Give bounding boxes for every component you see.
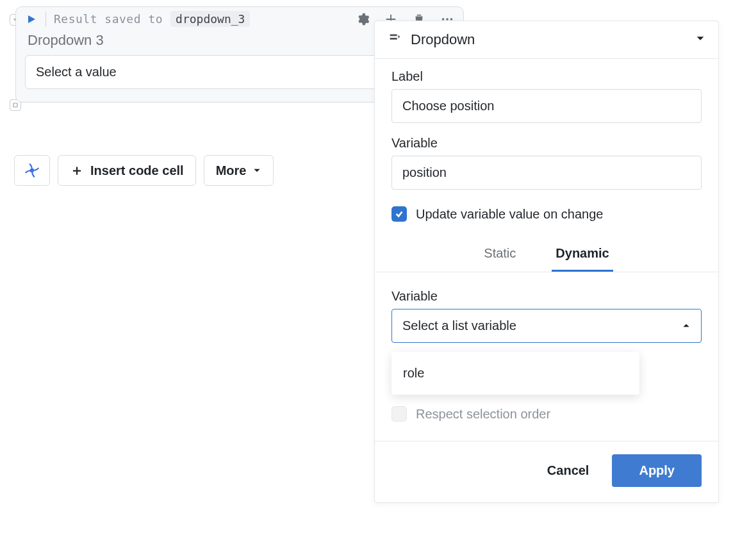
insert-code-label: Insert code cell: [90, 163, 184, 178]
result-label: Result saved to: [54, 12, 163, 26]
more-label: More: [216, 163, 247, 178]
variable-field-label: Variable: [391, 136, 702, 151]
ai-assist-button[interactable]: [14, 155, 50, 186]
update-on-change-row[interactable]: Update variable value on change: [375, 192, 718, 228]
tab-static[interactable]: Static: [480, 237, 520, 272]
more-button[interactable]: More: [204, 155, 274, 186]
apply-button[interactable]: Apply: [612, 454, 702, 487]
run-button[interactable]: [25, 13, 38, 26]
insert-row: ＋ Insert code cell More: [14, 155, 274, 186]
respect-order-checkbox[interactable]: [391, 406, 407, 422]
chevron-up-icon: [682, 318, 691, 333]
panel-type-label: Dropdown: [411, 31, 475, 48]
label-field-label: Label: [391, 69, 702, 84]
svg-point-1: [442, 18, 445, 21]
panel-header: Dropdown: [375, 21, 718, 59]
svg-point-3: [450, 18, 453, 21]
cancel-button[interactable]: Cancel: [543, 454, 593, 487]
panel-footer: Cancel Apply: [375, 441, 718, 502]
dropdown-type-icon: [388, 31, 402, 48]
insert-code-cell-button[interactable]: ＋ Insert code cell: [58, 155, 196, 186]
respect-order-row[interactable]: Respect selection order: [375, 397, 718, 428]
variable-input[interactable]: [391, 156, 702, 190]
divider: [45, 12, 46, 27]
list-variable-placeholder: Select a list variable: [402, 318, 516, 333]
plus-icon: ＋: [70, 161, 84, 180]
list-variable-label: Variable: [391, 289, 702, 304]
chevron-down-icon: [252, 163, 261, 178]
result-variable: dropdown_3: [170, 11, 250, 27]
label-input[interactable]: [391, 89, 702, 123]
settings-panel: Dropdown Label Variable Update variable …: [374, 21, 719, 503]
respect-order-label: Respect selection order: [416, 407, 550, 422]
list-variable-select[interactable]: Select a list variable: [391, 309, 702, 343]
svg-rect-0: [13, 103, 17, 107]
tab-dynamic[interactable]: Dynamic: [552, 237, 613, 272]
svg-point-2: [446, 18, 449, 21]
panel-type-dropdown[interactable]: [695, 33, 705, 46]
source-tabs: Static Dynamic: [375, 237, 718, 272]
list-variable-option[interactable]: role: [391, 356, 639, 391]
update-on-change-checkbox[interactable]: [391, 206, 407, 222]
list-variable-popup: role: [391, 352, 639, 395]
gear-icon[interactable]: [356, 12, 370, 26]
update-on-change-label: Update variable value on change: [416, 207, 603, 222]
